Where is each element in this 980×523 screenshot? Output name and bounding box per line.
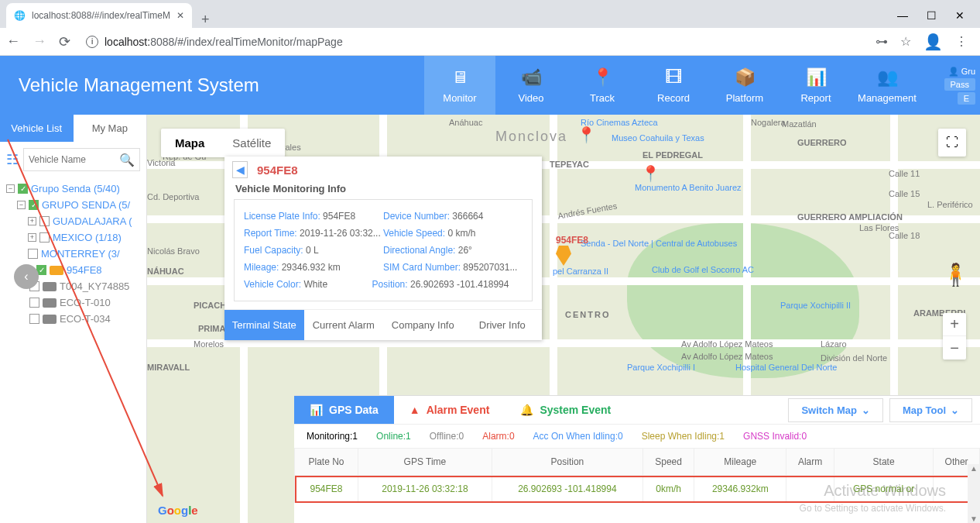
- sidebar: Vehicle List My Map ☷ 🔍 −✓Grupo Senda (5…: [0, 115, 147, 523]
- pin-icon: 📍: [641, 164, 660, 183]
- tree-mexico[interactable]: +MEXICO (1/18): [6, 229, 140, 246]
- map-label-monclova: Monclova: [495, 129, 567, 145]
- track-icon: 📍: [592, 67, 613, 88]
- collapse-tree-icon[interactable]: ‹: [14, 264, 39, 289]
- user-panel: 👤 Gru Pass E: [944, 67, 980, 105]
- nav-track[interactable]: 📍Track: [567, 56, 638, 115]
- truck-icon: [43, 282, 57, 291]
- zoom-out-icon[interactable]: −: [943, 336, 966, 360]
- map-type-satellite[interactable]: Satélite: [218, 129, 285, 157]
- new-tab-button[interactable]: +: [192, 12, 219, 28]
- truck-icon: [43, 315, 57, 324]
- nav-report[interactable]: 📊Report: [780, 56, 852, 115]
- map-canvas[interactable]: Monclova 📍 Museo Coahuila y Texas EL PED…: [147, 115, 980, 523]
- key-icon[interactable]: ⊶: [875, 34, 888, 49]
- status-alarm: Alarm:0: [482, 431, 514, 442]
- table-row[interactable]: 954FE8 2019-11-26 03:32:18 26.902693 -10…: [295, 476, 980, 503]
- pin-icon: 📍: [577, 126, 596, 144]
- vehicle-marker[interactable]: 954FE8: [556, 235, 588, 266]
- google-logo: Google: [158, 504, 198, 517]
- tree-vehicle-eco034[interactable]: ECO-T-034: [6, 311, 140, 327]
- zoom-in-icon[interactable]: +: [943, 313, 966, 336]
- marker-pin-icon: [556, 246, 571, 266]
- window-controls: — ☐ ✕: [882, 3, 980, 28]
- status-sleep: Sleep When Idling:1: [642, 431, 725, 442]
- nav-record[interactable]: 🎞Record: [638, 56, 709, 115]
- nav-video[interactable]: 📹Video: [495, 56, 567, 115]
- status-offline: Offline:0: [430, 431, 464, 442]
- close-window-icon[interactable]: ✕: [955, 9, 965, 22]
- menu-icon[interactable]: ⋮: [955, 34, 968, 49]
- video-icon: 📹: [521, 67, 542, 88]
- bp-tab-gps[interactable]: 📊GPS Data: [294, 396, 394, 424]
- browser-tab-strip: 🌐 localhost:8088/#/index/realTimeM ✕ + —…: [0, 0, 980, 28]
- globe-icon: 🌐: [14, 10, 26, 21]
- nav-monitor[interactable]: 🖥Monitor: [424, 56, 495, 115]
- tree-guadalajara[interactable]: +GUADALAJARA (: [6, 213, 140, 229]
- warning-icon: ▲: [409, 404, 420, 416]
- app-header: Vehicle Management System 🖥Monitor 📹Vide…: [0, 56, 980, 115]
- url-input[interactable]: i localhost:8088/#/index/realTimeMonitor…: [80, 36, 866, 48]
- vehicle-info-panel: ◀ 954FE8 Vehicle Monitoring Info License…: [224, 157, 542, 340]
- search-input[interactable]: 🔍: [23, 148, 140, 171]
- pegman-icon[interactable]: 🧍: [942, 262, 969, 287]
- maximize-icon[interactable]: ☐: [927, 9, 937, 22]
- bp-tab-system[interactable]: 🔔System Event: [505, 396, 626, 424]
- search-icon[interactable]: 🔍: [119, 153, 135, 167]
- info-title: 954FE8: [257, 163, 298, 177]
- gps-table: Plate No GPS Time Position Speed Mileage…: [294, 448, 980, 503]
- collapse-panel-icon[interactable]: ◀: [232, 161, 248, 178]
- bell-icon: 🔔: [520, 404, 533, 416]
- info-tab-company[interactable]: Company Info: [383, 310, 463, 340]
- record-icon: 🎞: [665, 67, 682, 88]
- fullscreen-icon[interactable]: ⛶: [938, 129, 966, 157]
- tree-root[interactable]: −✓Grupo Senda (5/40): [6, 181, 140, 197]
- status-monitoring: Monitoring:1: [307, 431, 358, 442]
- monitor-icon: 🖥: [451, 67, 468, 88]
- info-icon[interactable]: i: [86, 36, 98, 48]
- tree-monterrey[interactable]: MONTERREY (3/: [6, 246, 140, 262]
- info-tab-driver[interactable]: Driver Info: [463, 310, 543, 340]
- back-icon[interactable]: ←: [6, 33, 20, 50]
- map-type-control: Mapa Satélite: [161, 129, 285, 157]
- chart-icon: 📊: [310, 404, 323, 416]
- list-icon[interactable]: ☷: [6, 151, 19, 168]
- tab-my-map[interactable]: My Map: [74, 115, 147, 142]
- tree-group[interactable]: −✓GRUPO SENDA (5/: [6, 197, 140, 213]
- browser-tab[interactable]: 🌐 localhost:8088/#/index/realTimeM ✕: [6, 3, 192, 28]
- tab-vehicle-list[interactable]: Vehicle List: [0, 115, 74, 142]
- forward-icon[interactable]: →: [33, 33, 46, 50]
- switch-map-button[interactable]: Switch Map⌄: [788, 398, 883, 422]
- nav-platform[interactable]: 📦Platform: [709, 56, 780, 115]
- app-title: Vehicle Management System: [0, 74, 424, 96]
- report-icon: 📊: [806, 67, 827, 88]
- zoom-control: + −: [943, 313, 966, 360]
- pass-button[interactable]: Pass: [944, 78, 975, 91]
- star-icon[interactable]: ☆: [900, 34, 911, 49]
- e-button[interactable]: E: [958, 92, 975, 105]
- truck-icon: [43, 298, 57, 308]
- bp-tab-alarm[interactable]: ▲Alarm Event: [394, 396, 505, 424]
- address-bar: ← → ⟳ i localhost:8088/#/index/realTimeM…: [0, 28, 980, 56]
- minimize-icon[interactable]: —: [897, 9, 908, 22]
- vehicle-tree: −✓Grupo Senda (5/40) −✓GRUPO SENDA (5/ +…: [0, 177, 146, 330]
- nav-management[interactable]: 👥Management: [852, 56, 923, 115]
- info-tab-terminal[interactable]: Terminal State: [224, 310, 304, 340]
- status-gnss: GNSS Invalid:0: [743, 431, 807, 442]
- table-scrollbar[interactable]: ▲▼: [968, 464, 980, 523]
- status-online: Online:1: [376, 431, 411, 442]
- profile-icon[interactable]: 👤: [923, 33, 943, 51]
- close-icon[interactable]: ✕: [176, 10, 184, 21]
- tree-vehicle-eco010[interactable]: ECO-T-010: [6, 294, 140, 311]
- status-acc: Acc On When Idling:0: [533, 431, 623, 442]
- user-greeting: 👤 Gru: [948, 67, 975, 77]
- map-type-map[interactable]: Mapa: [161, 129, 218, 157]
- map-tool-button[interactable]: Map Tool⌄: [889, 398, 972, 422]
- chevron-down-icon: ⌄: [951, 404, 959, 416]
- reload-icon[interactable]: ⟳: [59, 33, 70, 50]
- status-bar: Monitoring:1 Online:1 Offline:0 Alarm:0 …: [294, 425, 980, 448]
- tab-title: localhost:8088/#/index/realTimeM: [32, 10, 170, 21]
- bottom-panel: 📊GPS Data ▲Alarm Event 🔔System Event Swi…: [294, 395, 980, 523]
- info-heading: Vehicle Monitoring Info: [224, 183, 542, 199]
- info-tab-alarm[interactable]: Current Alarm: [304, 310, 384, 340]
